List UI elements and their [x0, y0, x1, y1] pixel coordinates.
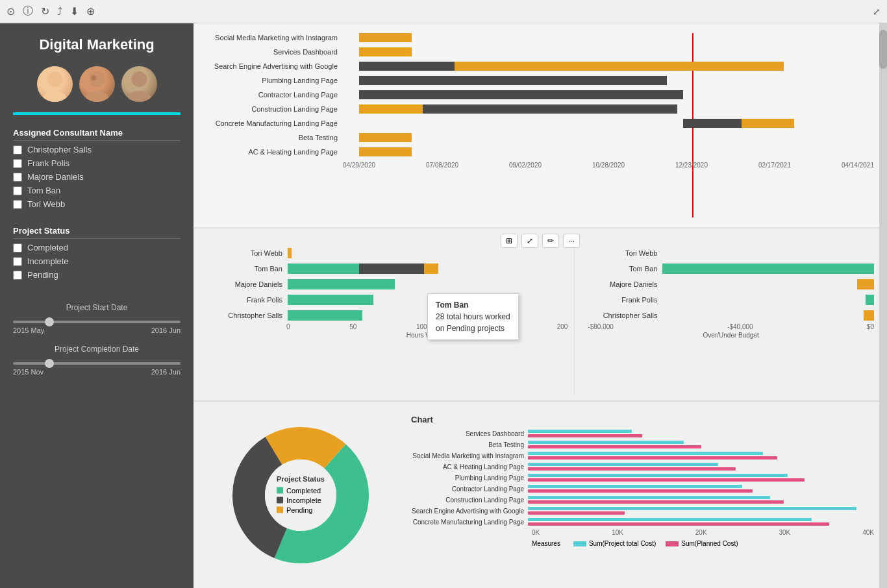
tooltip-name: Tom Ban [436, 299, 510, 311]
consultant-frank[interactable]: Frank Polis [13, 158, 181, 168]
bb-label-services: Services Dashboard [411, 430, 528, 437]
status-pending-checkbox[interactable] [13, 271, 22, 280]
hbar-label-christopher: Christopher Salls [213, 312, 288, 319]
bb-row-services: Services Dashboard [411, 430, 874, 437]
ob-bar-area-majore [662, 279, 874, 289]
legend-label-incomplete: Incomplete [286, 496, 321, 504]
chart-edit-btn[interactable]: ✏ [542, 234, 559, 248]
ob-axis-label: Over/Under Budget [581, 332, 874, 339]
hbar-area-majore [288, 279, 568, 289]
gantt-section: Social Media Marketing with Instagram Se… [194, 23, 887, 228]
fullscreen-icon[interactable]: ⤢ [873, 6, 881, 17]
consultant-tomban[interactable]: Tom Ban [13, 186, 181, 195]
svg-point-1 [43, 91, 66, 102]
gantt-bar-area-search [343, 62, 874, 71]
refresh-icon[interactable]: ↻ [41, 5, 49, 18]
ob-row-toriwebb: Tori Webb [588, 248, 874, 258]
bb-bar-services-pink [528, 434, 642, 437]
gantt-bar-area-services [343, 47, 874, 56]
completion-date-slider[interactable] [13, 362, 181, 365]
consultant-frank-checkbox[interactable] [13, 159, 22, 168]
status-incomplete-checkbox[interactable] [13, 257, 22, 266]
gantt-bar-search-dark [359, 62, 455, 71]
gantt-bar-area-social [343, 33, 874, 42]
bb-bar-plumbing-cyan [528, 474, 788, 477]
bb-axis: 0K 10K 20K 30K 40K [532, 529, 874, 536]
ob-axis: -$80,000 -$40,000 $0 [581, 323, 874, 330]
consultant-toriwebb-label: Tori Webb [27, 199, 65, 209]
bb-bar-search-cyan [528, 507, 856, 510]
bb-label-ac: AC & Heating Landing Page [411, 463, 528, 471]
ob-bar-tomban [662, 263, 874, 274]
svg-point-2 [47, 71, 62, 87]
consultant-christopher[interactable]: Christopher Salls [13, 145, 181, 154]
scrollbar-track[interactable] [879, 23, 887, 588]
gantt-row-construction: Construction Landing Page [200, 104, 874, 114]
gantt-label-ac: AC & Heating Landing Page [200, 148, 343, 156]
over-budget-chart: Tori Webb Tom Ban Majore Daniels [574, 235, 881, 394]
donut-container: Project Status Completed Incomplete [203, 411, 398, 578]
bb-bar-area-search [528, 507, 874, 515]
gantt-axis-3: 09/02/2020 [509, 162, 542, 169]
back-icon[interactable]: ⊙ [6, 5, 15, 18]
consultant-toriwebb[interactable]: Tori Webb [13, 199, 181, 209]
bb-measure-color-planned [666, 541, 679, 546]
svg-point-6 [131, 71, 147, 87]
consultant-christopher-checkbox[interactable] [13, 145, 22, 154]
bb-bar-area-plumbing [528, 474, 874, 482]
svg-point-4 [85, 91, 108, 102]
share-icon[interactable]: ⤴ [57, 6, 62, 18]
completion-date-label: Project Completion Date [13, 345, 181, 354]
gantt-axis-1: 04/29/2020 [343, 162, 375, 169]
chart-expand-btn[interactable]: ⤢ [521, 234, 538, 248]
status-completed[interactable]: Completed [13, 243, 181, 252]
bottom-section: Project Status Completed Incomplete [194, 402, 887, 588]
bb-bar-contractor-cyan [528, 485, 742, 488]
download-icon[interactable]: ⬇ [70, 5, 79, 18]
bb-bar-ac-cyan [528, 463, 718, 466]
avatar-2 [79, 66, 115, 102]
consultant-majore-checkbox[interactable] [13, 173, 22, 182]
chart-more-btn[interactable]: ··· [563, 234, 580, 248]
legend-dot-completed [277, 487, 283, 493]
gantt-bar-beta-orange [359, 133, 412, 142]
info-icon[interactable]: ⓘ [23, 5, 33, 18]
chart-table-btn[interactable]: ⊞ [501, 234, 518, 248]
gantt-label-plumbing: Plumbing Landing Page [200, 77, 343, 84]
status-pending[interactable]: Pending [13, 270, 181, 280]
bottom-bar-chart: Chart Services Dashboard Beta Testing [408, 411, 877, 578]
bb-bar-concrete-pink [528, 522, 829, 526]
bb-bar-construction-cyan [528, 496, 770, 499]
gantt-bar-area-contractor [343, 90, 874, 99]
gantt-label-contractor: Contractor Landing Page [200, 91, 343, 99]
bb-bar-search-pink [528, 511, 625, 515]
consultant-toriwebb-checkbox[interactable] [13, 200, 22, 209]
status-incomplete[interactable]: Incomplete [13, 256, 181, 266]
hbar-axis-100: 100 [416, 323, 427, 330]
hbar-seg-christopher-green [288, 310, 362, 321]
start-date-slider[interactable] [13, 321, 181, 323]
status-completed-checkbox[interactable] [13, 243, 22, 252]
gantt-bar-concrete-dark [683, 119, 747, 128]
legend-dot-incomplete [277, 496, 283, 503]
bb-bar-area-construction [528, 496, 874, 504]
bb-row-plumbing: Plumbing Landing Page [411, 474, 874, 482]
consultant-majore[interactable]: Majore Daniels [13, 172, 181, 182]
bb-label-search: Search Engine Advertising with Google [411, 508, 528, 515]
gantt-row-ac: AC & Heating Landing Page [200, 147, 874, 156]
bb-label-contractor: Contractor Landing Page [411, 485, 528, 493]
bb-bar-plumbing-pink [528, 478, 805, 482]
consultant-tomban-checkbox[interactable] [13, 186, 22, 195]
zoom-icon[interactable]: ⊕ [86, 5, 95, 18]
bb-bar-contractor-pink [528, 489, 753, 493]
bb-measure-cost: Sum(Project total Cost) [573, 540, 656, 547]
hbar-label-tomban: Tom Ban [213, 265, 288, 273]
gantt-bar-social-orange [359, 33, 412, 42]
ob-row-tomban: Tom Ban [588, 263, 874, 274]
gantt-bar-construction-orange [359, 104, 423, 114]
scrollbar-thumb[interactable] [879, 30, 887, 69]
bb-measure-label-cost: Sum(Project total Cost) [589, 540, 656, 547]
donut-legend-title: Project Status [277, 474, 325, 482]
start-date-max: 2016 Jun [151, 326, 181, 334]
ob-label-tomban: Tom Ban [588, 265, 662, 273]
